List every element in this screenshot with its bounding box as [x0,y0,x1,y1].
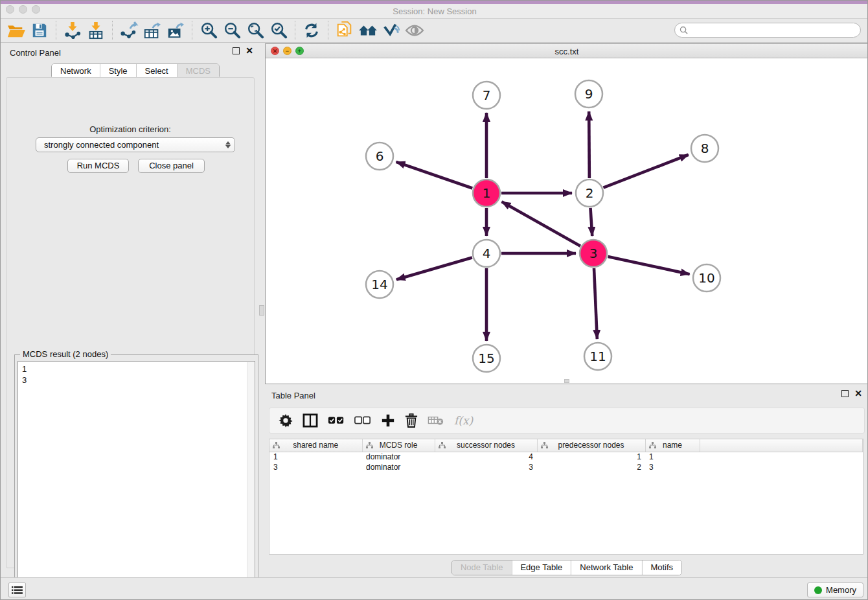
table-cell[interactable]: 1 [269,452,362,462]
import-network-button[interactable] [61,20,84,41]
run-mcds-button[interactable]: Run MCDS [67,159,129,173]
hide-button[interactable] [380,20,403,41]
refresh-button[interactable] [300,20,323,41]
search-input[interactable] [691,24,860,36]
tab-style[interactable]: Style [100,64,136,78]
network-window-title: scc.txt [266,47,868,56]
titlebar-accent [1,1,868,4]
tab-network-table[interactable]: Network Table [571,560,641,575]
save-session-button[interactable] [28,20,51,41]
export-image-button[interactable] [164,20,187,41]
column-header-name[interactable]: name [645,439,700,452]
select-chevrons-icon [225,141,231,148]
table-cell[interactable]: dominator [362,462,435,472]
node-label-3: 3 [589,246,598,261]
zoom-selected-button[interactable] [267,20,290,41]
open-file-button[interactable] [5,20,28,41]
table-panel-tabs: Node TableEdge TableNetwork TableMotifs [451,560,682,575]
column-header-filler [700,439,863,452]
control-panel-header: Control Panel ✕ [1,43,260,62]
network-window-titlebar[interactable]: ✕ − + scc.txt [266,44,868,58]
criterion-select[interactable]: strongly connected component [36,137,235,152]
column-type-icon [439,442,446,449]
table-row[interactable]: 3dominator323 [269,462,863,472]
mcds-result-box[interactable]: 1 3 [17,361,255,598]
create-column-button[interactable] [381,411,395,430]
houses-icon [358,22,378,39]
table-cell[interactable]: 1 [645,452,700,462]
tab-mcds[interactable]: MCDS [177,64,219,78]
export-table-button[interactable] [141,20,164,41]
search-field[interactable] [674,23,861,38]
eye-icon [405,23,424,38]
node-table[interactable]: shared nameMCDS rolesuccessor nodesprede… [269,439,863,555]
task-history-button[interactable] [8,583,26,597]
table-cell[interactable]: 3 [435,462,537,472]
tab-motifs[interactable]: Motifs [641,560,681,575]
table-cell[interactable]: dominator [362,452,435,462]
edge-3-11[interactable] [594,268,597,339]
table-cell[interactable]: 3 [645,462,700,472]
edge-2-9[interactable] [589,111,589,178]
deselect-all-button[interactable] [354,411,371,430]
tab-node-table[interactable]: Node Table [452,560,512,575]
control-panel: Control Panel ✕ NetworkStyleSelectMCDS O… [1,43,260,571]
float-panel-icon[interactable] [233,47,240,54]
show-button[interactable] [403,20,426,41]
result-scrollbar[interactable] [247,362,254,597]
table-mode-button[interactable] [279,411,293,430]
table-panel-header: Table Panel ✕ [265,386,868,404]
home-button[interactable] [356,20,380,41]
close-panel-button[interactable]: Close panel [138,159,205,173]
node-label-11: 11 [589,349,606,364]
network-graph-canvas[interactable]: 7968124314101511 [266,58,868,384]
edge-1-6[interactable] [396,162,473,189]
zoom-fit-button[interactable] [244,20,267,41]
column-header-successor-nodes[interactable]: successor nodes [435,439,537,452]
table-cell[interactable] [700,452,863,462]
delete-column-button[interactable] [405,411,418,430]
node-label-6: 6 [376,148,384,164]
tab-network[interactable]: Network [52,64,100,78]
toolbar-separator [112,21,113,40]
panel-divider-handle[interactable] [259,305,264,316]
column-header-shared-name[interactable]: shared name [269,439,362,452]
refresh-icon [303,22,320,39]
table-cell[interactable]: 4 [435,452,537,462]
edge-2-8[interactable] [603,155,688,188]
column-header-MCDS-role[interactable]: MCDS role [362,439,435,452]
column-type-icon [366,442,373,449]
list-icon [12,586,23,595]
import-table-button[interactable] [84,20,108,41]
network-resize-handle[interactable] [564,379,569,383]
export-network-icon [119,21,139,40]
edge-3-10[interactable] [608,257,689,274]
export-network-button[interactable] [117,20,141,41]
table-cell[interactable]: 1 [537,452,645,462]
table-cell[interactable]: 2 [537,462,645,472]
close-table-panel-icon[interactable]: ✕ [854,390,862,397]
edge-3-1[interactable] [502,202,580,246]
zoom-in-button[interactable] [197,20,220,41]
ndex-button[interactable] [333,20,356,41]
close-panel-icon[interactable]: ✕ [246,47,253,54]
show-column-button[interactable] [303,411,318,430]
window-title: Session: New Session [1,6,868,16]
float-table-panel-icon[interactable] [841,390,849,397]
node-label-1: 1 [483,185,491,201]
column-header-predecessor-nodes[interactable]: predecessor nodes [537,439,645,452]
edge-2-3[interactable] [590,208,592,236]
table-cell[interactable] [700,462,863,472]
memory-status-icon [814,586,822,594]
zoom-out-button[interactable] [220,20,244,41]
table-row[interactable]: 1dominator411 [269,452,863,462]
delete-table-button[interactable] [428,411,444,430]
function-builder-button[interactable]: f(x) [454,414,473,427]
select-all-button[interactable] [328,411,345,430]
tab-select[interactable]: Select [136,64,177,78]
memory-button[interactable]: Memory [807,583,863,597]
export-image-icon [166,21,185,40]
tab-edge-table[interactable]: Edge Table [511,560,571,575]
table-cell[interactable]: 3 [269,462,362,472]
edge-4-14[interactable] [396,257,472,279]
